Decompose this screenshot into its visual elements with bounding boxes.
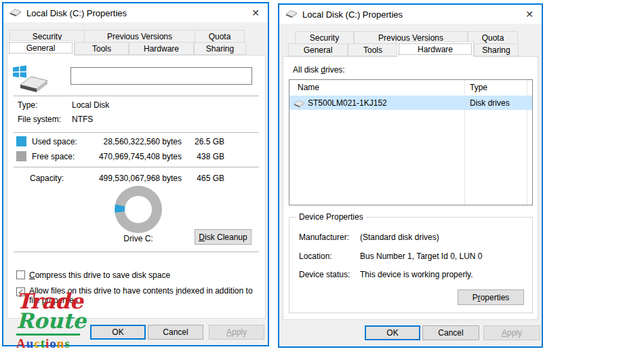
device-status-value: This device is working properly.	[360, 270, 473, 279]
tab-label: Security	[310, 33, 339, 43]
all-disk-drives-label: All disk drives:	[293, 65, 345, 75]
column-header-name[interactable]: Name	[298, 83, 319, 92]
drive-icon	[285, 9, 298, 20]
tab-previous-versions[interactable]: Previous Versions	[84, 30, 195, 43]
tab-hardware[interactable]: Hardware	[129, 42, 194, 55]
properties-dialog-hardware: Local Disk (C:) Properties ✕ Security Pr…	[278, 3, 543, 348]
disk-cleanup-label: Disk Cleanup	[199, 233, 247, 242]
tab-hardware[interactable]: Hardware	[397, 41, 474, 57]
filesystem-label: File system:	[18, 115, 61, 124]
drive-icon	[19, 74, 49, 93]
used-space-size: 26.5 GB	[177, 137, 224, 146]
tab-label: General	[304, 45, 333, 55]
ok-button[interactable]: OK	[90, 325, 146, 340]
tab-security[interactable]: Security	[295, 31, 354, 44]
close-icon[interactable]: ✕	[249, 7, 262, 18]
tab-label: Sharing	[206, 44, 234, 54]
ok-label: OK	[386, 328, 398, 338]
titlebar: Local Disk (C:) Properties ✕	[279, 5, 542, 24]
free-space-bytes: 470,969,745,408 bytes	[68, 152, 182, 161]
drive-icon	[9, 7, 22, 19]
tab-general[interactable]: General	[7, 40, 75, 56]
window-title: Local Disk (C:) Properties	[26, 8, 245, 18]
device-type: Disk drives	[470, 98, 510, 108]
general-tab-panel: Type: Local Disk File system: NTFS Used …	[7, 55, 266, 319]
tab-quota[interactable]: Quota	[195, 30, 245, 43]
capacity-bytes: 499,530,067,968 bytes	[68, 174, 182, 183]
device-name: ST500LM021-1KJ152	[308, 98, 387, 108]
disk-icon	[294, 99, 305, 110]
screen: Local Disk (C:) Properties ✕ Security Pr…	[0, 0, 644, 362]
ok-button[interactable]: OK	[365, 325, 420, 340]
tab-label: Previous Versions	[107, 32, 172, 41]
location-label: Location:	[299, 252, 332, 261]
location-value: Bus Number 1, Target Id 0, LUN 0	[360, 252, 483, 261]
capacity-size: 465 GB	[177, 174, 224, 183]
cancel-button[interactable]: Cancel	[422, 325, 479, 340]
tab-sharing[interactable]: Sharing	[474, 43, 519, 56]
hardware-tab-panel: All disk drives: Name Type ST500LM021-1K…	[283, 56, 538, 320]
manufacturer-value: (Standard disk drives)	[360, 233, 439, 242]
tab-label: Quota	[482, 33, 504, 43]
separator	[14, 132, 259, 133]
separator	[14, 96, 259, 96]
type-value: Local Disk	[72, 100, 109, 110]
column-header-type[interactable]: Type	[470, 83, 487, 92]
disk-drives-list[interactable]: Name Type ST500LM021-1KJ152 Disk drives	[289, 79, 533, 205]
capacity-label: Capacity:	[30, 174, 64, 183]
manufacturer-label: Manufacturer:	[299, 233, 349, 242]
apply-button[interactable]: Apply	[209, 325, 264, 340]
device-properties-group: Device Properties Manufacturer: (Standar…	[289, 217, 533, 313]
device-status-label: Device status:	[299, 270, 350, 279]
list-row-selected[interactable]: ST500LM021-1KJ152 Disk drives	[289, 96, 532, 110]
used-space-bytes: 28,560,322,560 bytes	[68, 137, 182, 146]
properties-dialog-general: Local Disk (C:) Properties ✕ Security Pr…	[2, 2, 269, 346]
drive-label: Drive C:	[109, 234, 167, 243]
tab-tools[interactable]: Tools	[348, 43, 398, 56]
tab-label: Tools	[92, 44, 111, 54]
compress-checkbox-label[interactable]: Compress this drive to save disk space	[29, 270, 170, 280]
separator	[14, 252, 259, 252]
free-space-swatch	[16, 151, 26, 161]
tab-general[interactable]: General	[288, 43, 348, 56]
tab-label: Hardware	[418, 45, 453, 54]
check-icon: ✓	[18, 288, 24, 296]
tab-label: General	[26, 43, 56, 53]
device-properties-button-label: Properties	[472, 293, 510, 302]
tab-sharing[interactable]: Sharing	[194, 42, 246, 55]
index-checkbox[interactable]: ✓	[16, 287, 25, 296]
free-space-size: 438 GB	[177, 152, 224, 161]
usage-donut	[115, 186, 162, 233]
tab-label: Sharing	[482, 45, 510, 55]
tab-label: Hardware	[144, 44, 179, 54]
used-space-swatch	[16, 136, 26, 146]
device-properties-button[interactable]: Properties	[458, 289, 524, 305]
tab-label: Tools	[363, 45, 382, 55]
cancel-label: Cancel	[438, 328, 463, 338]
titlebar: Local Disk (C:) Properties ✕	[3, 3, 268, 22]
separator	[14, 167, 259, 167]
apply-label: Apply	[502, 328, 522, 338]
ok-label: OK	[112, 327, 123, 337]
index-checkbox-label[interactable]: Allow files on this drive to have conten…	[29, 286, 254, 305]
apply-label: Apply	[226, 327, 247, 337]
cancel-button[interactable]: Cancel	[148, 325, 203, 340]
cancel-label: Cancel	[163, 327, 188, 337]
device-properties-legend: Device Properties	[296, 212, 366, 222]
drive-with-windows-logo-icon	[13, 65, 51, 94]
type-label: Type:	[18, 100, 37, 110]
tab-quota[interactable]: Quota	[468, 31, 518, 44]
tab-tools[interactable]: Tools	[75, 42, 129, 55]
compress-checkbox[interactable]	[16, 270, 25, 279]
filesystem-value: NTFS	[72, 115, 93, 124]
apply-button[interactable]: Apply	[483, 325, 540, 340]
disk-cleanup-button[interactable]: Disk Cleanup	[195, 229, 251, 245]
tab-label: Quota	[209, 32, 231, 41]
close-icon[interactable]: ✕	[523, 9, 536, 20]
window-title: Local Disk (C:) Properties	[302, 9, 519, 20]
volume-label-input[interactable]	[71, 67, 252, 85]
